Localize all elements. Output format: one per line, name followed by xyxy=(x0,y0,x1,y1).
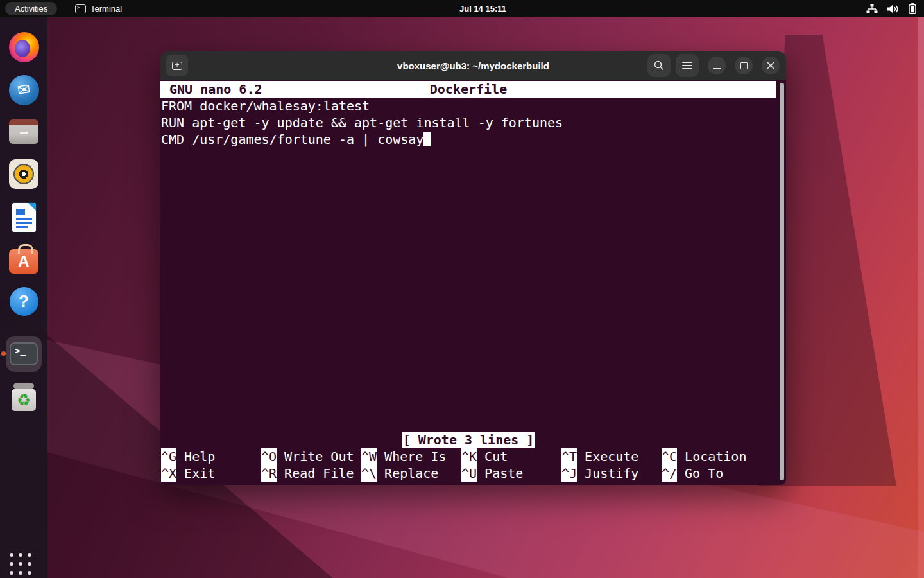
shortcut-justify: ^JJustify xyxy=(561,465,662,482)
activities-label: Activities xyxy=(15,4,47,13)
close-icon xyxy=(766,61,775,70)
shortcut-exit: ^XExit xyxy=(161,465,261,482)
libreoffice-writer-icon xyxy=(12,203,36,232)
window-titlebar[interactable]: vboxuser@ub3: ~/mydockerbuild xyxy=(160,51,786,80)
volume-icon xyxy=(887,4,899,14)
dock-item-rhythmbox[interactable] xyxy=(6,156,42,192)
maximize-button[interactable] xyxy=(735,57,753,74)
dock-item-files[interactable] xyxy=(6,114,42,150)
shortcut-write-out: ^OWrite Out xyxy=(261,448,361,465)
status-message: [ Wrote 3 lines ] xyxy=(402,432,535,448)
wallpaper-facet xyxy=(918,0,924,578)
terminal-window: vboxuser@ub3: ~/mydockerbuild xyxy=(160,51,786,485)
clock-label: Jul 14 15:11 xyxy=(459,4,506,13)
hamburger-icon xyxy=(682,62,692,69)
trash-icon: ♻ xyxy=(10,382,37,412)
shortcut-execute: ^TExecute xyxy=(561,448,662,465)
shortcut-replace: ^\Replace xyxy=(361,465,461,482)
focused-app-label: Terminal xyxy=(90,4,122,13)
nano-editor-area[interactable]: GNU nano 6.2 Dockerfile FROM docker/whal… xyxy=(160,80,786,485)
dock-item-terminal[interactable] xyxy=(6,336,42,372)
terminal-app-icon xyxy=(75,4,86,13)
shortcut-paste: ^UPaste xyxy=(461,465,561,482)
rhythmbox-icon xyxy=(9,159,38,189)
terminal-scrollbar[interactable] xyxy=(780,83,784,480)
focused-app-menu[interactable]: Terminal xyxy=(75,0,122,17)
dock: A ? ♻ xyxy=(0,17,47,578)
shortcut-where-is: ^WWhere Is xyxy=(361,448,461,465)
buffer-line: FROM docker/whalesay:latest xyxy=(161,98,370,114)
shortcut-help: ^GHelp xyxy=(161,448,261,465)
text-cursor xyxy=(424,132,431,146)
buffer-line: RUN apt-get -y update && apt-get install… xyxy=(161,114,563,131)
clock-button[interactable]: Jul 14 15:11 xyxy=(459,0,506,17)
battery-icon xyxy=(909,3,916,14)
nano-shortcuts-row1: ^GHelp ^OWrite Out ^WWhere Is ^KCut ^TEx… xyxy=(161,448,777,465)
thunderbird-icon xyxy=(9,75,39,105)
shortcut-read-file: ^RRead File xyxy=(261,465,361,482)
running-indicator-dot xyxy=(1,351,6,356)
maximize-icon xyxy=(740,62,748,69)
search-button[interactable] xyxy=(647,54,671,77)
help-icon: ? xyxy=(10,287,38,316)
dock-item-thunderbird[interactable] xyxy=(6,72,42,108)
firefox-icon xyxy=(9,32,39,62)
dock-item-help[interactable]: ? xyxy=(6,283,42,319)
dock-divider xyxy=(8,328,40,328)
minimize-icon xyxy=(713,68,721,69)
dock-item-trash[interactable]: ♻ xyxy=(6,379,42,415)
network-icon xyxy=(866,4,878,13)
dock-item-libreoffice-writer[interactable] xyxy=(6,199,42,235)
show-applications-button[interactable] xyxy=(10,553,31,575)
minimize-button[interactable] xyxy=(708,57,726,74)
files-icon xyxy=(9,119,38,144)
search-icon xyxy=(653,60,665,71)
nano-shortcuts-row2: ^XExit ^RRead File ^\Replace ^UPaste ^JJ… xyxy=(161,465,777,482)
menu-button[interactable] xyxy=(676,54,699,77)
shortcut-go-to-line: ^/Go To Line xyxy=(662,465,762,482)
buffer-line: CMD /usr/games/fortune -a | cowsay xyxy=(161,131,431,148)
nano-titlebar: GNU nano 6.2 Dockerfile xyxy=(160,81,776,98)
shortcut-cut: ^KCut xyxy=(461,448,561,465)
desktop: Activities Terminal Jul 14 15:11 xyxy=(0,0,924,578)
dock-item-firefox[interactable] xyxy=(6,29,42,65)
nano-filename-label: Dockerfile xyxy=(160,81,776,98)
nano-statusbar: [ Wrote 3 lines ] xyxy=(160,432,776,448)
ubuntu-software-icon: A xyxy=(9,249,38,274)
close-button[interactable] xyxy=(762,57,780,74)
dock-item-ubuntu-software[interactable]: A xyxy=(6,241,42,277)
top-bar: Activities Terminal Jul 14 15:11 xyxy=(0,0,924,17)
system-status-area[interactable] xyxy=(866,0,916,17)
terminal-icon xyxy=(10,342,38,365)
activities-button[interactable]: Activities xyxy=(5,2,57,15)
shortcut-location: ^CLocation xyxy=(662,448,762,465)
